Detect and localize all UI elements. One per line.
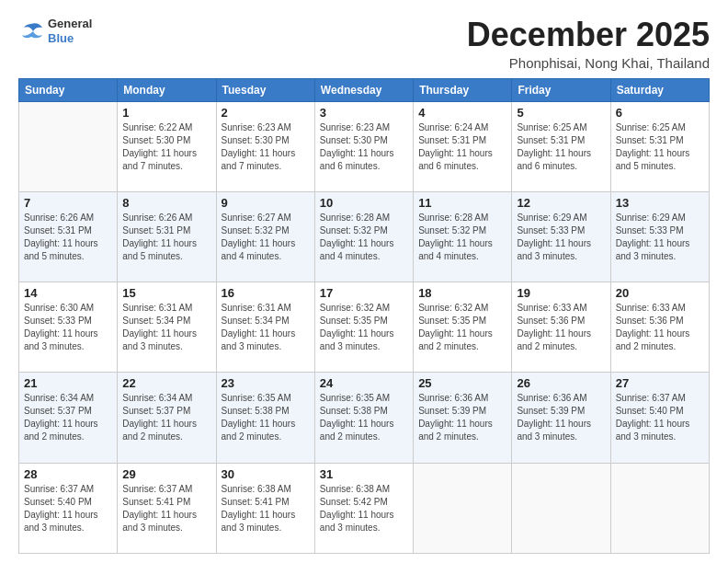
day-number: 11 [418, 196, 506, 210]
table-row: 2Sunrise: 6:23 AMSunset: 5:30 PMDaylight… [216, 101, 314, 191]
table-row: 14Sunrise: 6:30 AMSunset: 5:33 PMDayligh… [19, 282, 118, 373]
table-row [414, 463, 512, 553]
table-row: 3Sunrise: 6:23 AMSunset: 5:30 PMDaylight… [314, 101, 413, 191]
day-number: 5 [517, 106, 605, 120]
table-row: 19Sunrise: 6:33 AMSunset: 5:36 PMDayligh… [512, 282, 610, 373]
day-number: 8 [122, 196, 210, 210]
cell-info: Sunrise: 6:31 AMSunset: 5:34 PMDaylight:… [122, 302, 210, 353]
table-row: 13Sunrise: 6:29 AMSunset: 5:33 PMDayligh… [610, 191, 709, 282]
table-row: 8Sunrise: 6:26 AMSunset: 5:31 PMDaylight… [118, 191, 216, 282]
day-number: 26 [517, 376, 605, 390]
cell-info: Sunrise: 6:33 AMSunset: 5:36 PMDaylight:… [517, 302, 605, 353]
cell-info: Sunrise: 6:23 AMSunset: 5:30 PMDaylight:… [320, 121, 408, 173]
table-row: 11Sunrise: 6:28 AMSunset: 5:32 PMDayligh… [414, 191, 512, 282]
cell-info: Sunrise: 6:33 AMSunset: 5:36 PMDaylight:… [616, 302, 704, 353]
table-row [610, 463, 709, 553]
table-row: 20Sunrise: 6:33 AMSunset: 5:36 PMDayligh… [610, 282, 709, 373]
header: General Blue December 2025 Phonphisai, N… [18, 17, 710, 71]
col-thursday: Thursday [414, 78, 512, 101]
calendar-week-row: 21Sunrise: 6:34 AMSunset: 5:37 PMDayligh… [19, 373, 710, 463]
table-row: 30Sunrise: 6:38 AMSunset: 5:41 PMDayligh… [216, 463, 314, 553]
logo-general: General [48, 17, 92, 30]
table-row: 16Sunrise: 6:31 AMSunset: 5:34 PMDayligh… [216, 282, 314, 373]
day-number: 6 [616, 106, 704, 120]
table-row: 18Sunrise: 6:32 AMSunset: 5:35 PMDayligh… [414, 282, 512, 373]
day-number: 7 [24, 196, 112, 210]
day-number: 30 [222, 467, 310, 481]
table-row: 22Sunrise: 6:34 AMSunset: 5:37 PMDayligh… [118, 373, 216, 463]
col-sunday: Sunday [19, 78, 118, 101]
calendar-week-row: 14Sunrise: 6:30 AMSunset: 5:33 PMDayligh… [19, 282, 710, 373]
table-row [512, 463, 610, 553]
day-number: 22 [122, 376, 210, 390]
cell-info: Sunrise: 6:28 AMSunset: 5:32 PMDaylight:… [320, 212, 408, 263]
table-row: 10Sunrise: 6:28 AMSunset: 5:32 PMDayligh… [314, 191, 413, 282]
table-row: 24Sunrise: 6:35 AMSunset: 5:38 PMDayligh… [314, 373, 413, 463]
table-row: 15Sunrise: 6:31 AMSunset: 5:34 PMDayligh… [118, 282, 216, 373]
day-number: 28 [24, 467, 112, 481]
table-row: 5Sunrise: 6:25 AMSunset: 5:31 PMDaylight… [512, 101, 610, 191]
day-number: 2 [222, 106, 310, 120]
cell-info: Sunrise: 6:35 AMSunset: 5:38 PMDaylight:… [320, 392, 408, 443]
table-row: 26Sunrise: 6:36 AMSunset: 5:39 PMDayligh… [512, 373, 610, 463]
day-number: 27 [616, 376, 704, 390]
table-row [19, 101, 118, 191]
table-row: 28Sunrise: 6:37 AMSunset: 5:40 PMDayligh… [19, 463, 118, 553]
table-row: 29Sunrise: 6:37 AMSunset: 5:41 PMDayligh… [118, 463, 216, 553]
cell-info: Sunrise: 6:32 AMSunset: 5:35 PMDaylight:… [320, 302, 408, 353]
cell-info: Sunrise: 6:38 AMSunset: 5:41 PMDaylight:… [222, 483, 310, 534]
cell-info: Sunrise: 6:29 AMSunset: 5:33 PMDaylight:… [517, 212, 605, 263]
table-row: 25Sunrise: 6:36 AMSunset: 5:39 PMDayligh… [414, 373, 512, 463]
day-number: 20 [616, 286, 704, 300]
table-row: 27Sunrise: 6:37 AMSunset: 5:40 PMDayligh… [610, 373, 709, 463]
cell-info: Sunrise: 6:37 AMSunset: 5:40 PMDaylight:… [616, 392, 704, 443]
cell-info: Sunrise: 6:22 AMSunset: 5:30 PMDaylight:… [122, 121, 210, 173]
location: Phonphisai, Nong Khai, Thailand [467, 55, 710, 71]
table-row: 17Sunrise: 6:32 AMSunset: 5:35 PMDayligh… [314, 282, 413, 373]
calendar-table: Sunday Monday Tuesday Wednesday Thursday… [18, 78, 710, 554]
cell-info: Sunrise: 6:26 AMSunset: 5:31 PMDaylight:… [24, 212, 112, 263]
cell-info: Sunrise: 6:23 AMSunset: 5:30 PMDaylight:… [222, 121, 310, 173]
day-number: 13 [616, 196, 704, 210]
col-monday: Monday [118, 78, 216, 101]
table-row: 23Sunrise: 6:35 AMSunset: 5:38 PMDayligh… [216, 373, 314, 463]
day-number: 17 [320, 286, 408, 300]
col-wednesday: Wednesday [314, 78, 413, 101]
table-row: 7Sunrise: 6:26 AMSunset: 5:31 PMDaylight… [19, 191, 118, 282]
logo: General Blue [18, 17, 92, 45]
logo-text: General Blue [48, 17, 92, 45]
table-row: 21Sunrise: 6:34 AMSunset: 5:37 PMDayligh… [19, 373, 118, 463]
day-number: 4 [418, 106, 506, 120]
day-number: 9 [222, 196, 310, 210]
day-number: 16 [222, 286, 310, 300]
cell-info: Sunrise: 6:32 AMSunset: 5:35 PMDaylight:… [418, 302, 506, 353]
calendar-week-row: 28Sunrise: 6:37 AMSunset: 5:40 PMDayligh… [19, 463, 710, 553]
table-row: 6Sunrise: 6:25 AMSunset: 5:31 PMDaylight… [610, 101, 709, 191]
title-block: December 2025 Phonphisai, Nong Khai, Tha… [467, 17, 710, 71]
page: General Blue December 2025 Phonphisai, N… [0, 0, 728, 563]
cell-info: Sunrise: 6:28 AMSunset: 5:32 PMDaylight:… [418, 212, 506, 263]
day-number: 14 [24, 286, 112, 300]
cell-info: Sunrise: 6:36 AMSunset: 5:39 PMDaylight:… [418, 392, 506, 443]
day-number: 15 [122, 286, 210, 300]
month-title: December 2025 [467, 17, 710, 53]
day-number: 23 [222, 376, 310, 390]
col-saturday: Saturday [610, 78, 709, 101]
table-row: 1Sunrise: 6:22 AMSunset: 5:30 PMDaylight… [118, 101, 216, 191]
calendar-week-row: 7Sunrise: 6:26 AMSunset: 5:31 PMDaylight… [19, 191, 710, 282]
cell-info: Sunrise: 6:30 AMSunset: 5:33 PMDaylight:… [24, 302, 112, 353]
cell-info: Sunrise: 6:25 AMSunset: 5:31 PMDaylight:… [517, 121, 605, 173]
day-number: 29 [122, 467, 210, 481]
day-number: 3 [320, 106, 408, 120]
cell-info: Sunrise: 6:37 AMSunset: 5:41 PMDaylight:… [122, 483, 210, 534]
cell-info: Sunrise: 6:29 AMSunset: 5:33 PMDaylight:… [616, 212, 704, 263]
col-tuesday: Tuesday [216, 78, 314, 101]
day-number: 18 [418, 286, 506, 300]
cell-info: Sunrise: 6:36 AMSunset: 5:39 PMDaylight:… [517, 392, 605, 443]
cell-info: Sunrise: 6:25 AMSunset: 5:31 PMDaylight:… [616, 121, 704, 173]
cell-info: Sunrise: 6:35 AMSunset: 5:38 PMDaylight:… [222, 392, 310, 443]
table-row: 31Sunrise: 6:38 AMSunset: 5:42 PMDayligh… [314, 463, 413, 553]
logo-bird-icon [18, 20, 44, 42]
cell-info: Sunrise: 6:31 AMSunset: 5:34 PMDaylight:… [222, 302, 310, 353]
col-friday: Friday [512, 78, 610, 101]
